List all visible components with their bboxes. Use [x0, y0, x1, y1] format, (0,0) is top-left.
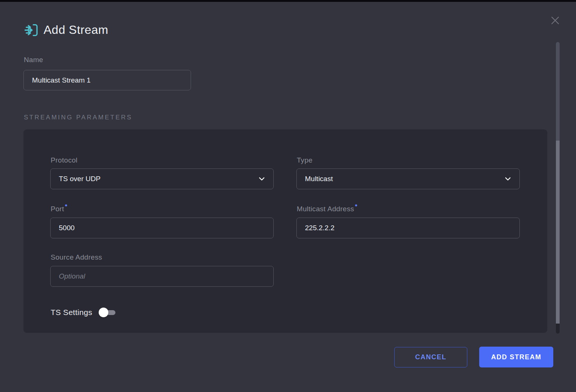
protocol-label: Protocol: [51, 156, 77, 164]
stream-in-icon: [23, 22, 40, 38]
multicast-address-input[interactable]: [296, 218, 520, 238]
scrollbar-thumb[interactable]: [556, 141, 560, 324]
scrollbar-track-end[interactable]: [556, 324, 560, 334]
port-label: Port•: [51, 205, 67, 213]
ts-settings-row: TS Settings: [51, 307, 116, 318]
toggle-knob: [99, 308, 108, 317]
close-icon[interactable]: [548, 13, 562, 28]
ts-settings-toggle[interactable]: [99, 307, 116, 318]
ts-settings-label: TS Settings: [51, 308, 92, 317]
name-label: Name: [24, 56, 43, 64]
chevron-down-icon: [258, 175, 265, 183]
backdrop-top-edge: [0, 0, 576, 2]
type-select[interactable]: Multicast: [296, 168, 520, 189]
multicast-address-label: Multicast Address•: [297, 205, 357, 213]
required-dot: •: [355, 201, 357, 209]
source-address-label: Source Address: [51, 253, 102, 261]
name-input[interactable]: [23, 70, 191, 90]
scrollbar-track[interactable]: [556, 42, 560, 141]
source-address-input[interactable]: [50, 266, 274, 287]
type-selected-value: Multicast: [305, 175, 333, 183]
protocol-select[interactable]: TS over UDP: [50, 168, 274, 189]
chevron-down-icon: [505, 175, 511, 183]
required-dot: •: [65, 201, 67, 209]
page-title: Add Stream: [44, 23, 108, 37]
section-title-streaming-parameters: STREAMING PARAMETERS: [24, 114, 133, 121]
streaming-parameters-panel: Protocol TS over UDP Type Multicast Port…: [23, 129, 547, 333]
port-input[interactable]: [50, 218, 274, 238]
add-stream-button[interactable]: ADD STREAM: [479, 347, 553, 367]
protocol-selected-value: TS over UDP: [59, 175, 101, 183]
type-label: Type: [297, 156, 312, 164]
cancel-button[interactable]: CANCEL: [394, 347, 467, 367]
